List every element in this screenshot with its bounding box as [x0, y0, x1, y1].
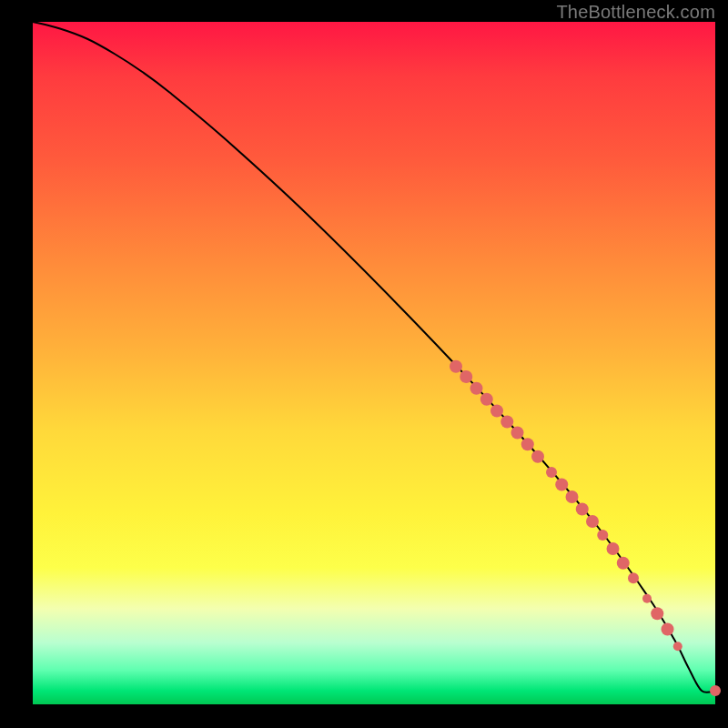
plot-area [33, 22, 715, 704]
data-marker [576, 503, 589, 516]
data-marker [521, 438, 534, 450]
data-marker [586, 515, 599, 528]
data-marker [566, 490, 579, 503]
chart-svg [33, 22, 715, 704]
bottleneck-curve [33, 22, 715, 693]
data-marker [555, 479, 568, 491]
data-marker [597, 530, 608, 541]
data-marker [531, 450, 544, 463]
data-marker [662, 623, 674, 636]
data-marker [628, 572, 639, 583]
data-marker [651, 607, 663, 620]
data-marker [511, 427, 524, 440]
data-marker [500, 416, 513, 429]
data-marker [546, 467, 557, 478]
data-marker [450, 360, 462, 373]
data-markers [450, 360, 721, 696]
data-marker [607, 542, 620, 555]
data-marker [617, 557, 630, 570]
data-marker [710, 685, 721, 696]
watermark-text: TheBottleneck.com [556, 2, 715, 23]
data-marker [480, 393, 493, 406]
data-marker [673, 642, 682, 651]
data-marker [490, 405, 503, 418]
chart-frame: TheBottleneck.com [0, 0, 728, 728]
data-marker [460, 370, 472, 383]
data-marker [470, 382, 483, 395]
data-marker [642, 594, 652, 603]
